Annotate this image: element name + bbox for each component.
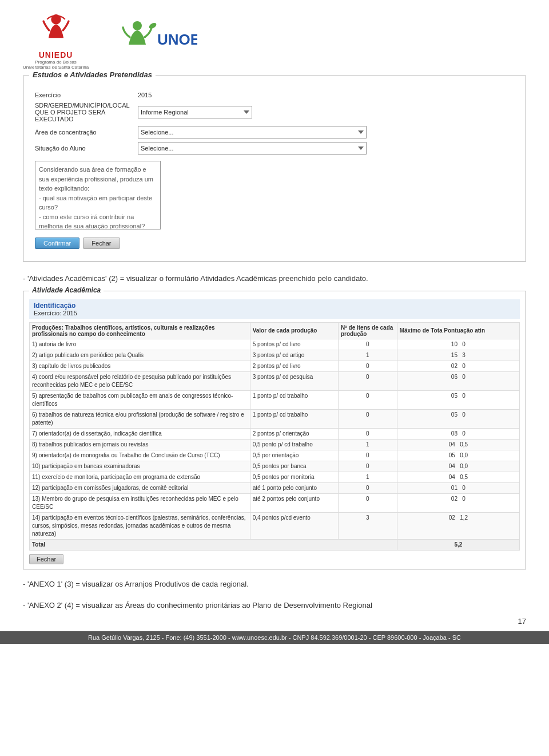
row-valor: 1 ponto p/ cd trabalho bbox=[250, 409, 338, 428]
row-itens: 3 bbox=[338, 512, 397, 539]
row-valor: 3 pontos p/ cd pesquisa bbox=[250, 371, 338, 390]
row-desc: 7) orientador(a) de dissertação, indicaç… bbox=[30, 428, 250, 439]
row-max-total: 05 0 bbox=[397, 390, 519, 409]
row-desc: 11) exercício de monitoria, participação… bbox=[30, 472, 250, 482]
uniedu-text: UNIEDU bbox=[39, 50, 73, 60]
row-valor: até 2 pontos pelo conjunto bbox=[250, 493, 338, 512]
sdr-select[interactable]: Informe Regional bbox=[138, 106, 252, 118]
confirmar-button[interactable]: Confirmar bbox=[35, 238, 79, 249]
table-row: 7) orientador(a) de dissertação, indicaç… bbox=[30, 428, 520, 439]
atividade-title: Atividade Acadêmica bbox=[29, 286, 104, 294]
row-desc: 4) coord e/ou responsável pelo relatório… bbox=[30, 371, 250, 390]
row-itens: 0 bbox=[338, 339, 397, 350]
table-row: 2) artigo publicado em periódico pela Qu… bbox=[30, 350, 520, 361]
area-select[interactable]: Selecione... bbox=[138, 126, 367, 138]
sdr-field-cell: Informe Regional bbox=[134, 100, 518, 124]
col-header-max: Máximo de Tota Pontuação atin bbox=[397, 322, 519, 339]
table-row: 9) orientador(a) de monografia ou Trabal… bbox=[30, 450, 520, 461]
estudos-title: Estudos e Atividades Pretendidas bbox=[29, 70, 156, 79]
academic-table: Produções: Trabalhos científicos, artíst… bbox=[29, 322, 520, 551]
identificacao-header: Identificação Exercício: 2015 bbox=[29, 299, 520, 319]
col-header-itens: Nº de itens de cada produção bbox=[338, 322, 397, 339]
row-valor: 3 pontos p/ cd artigo bbox=[250, 350, 338, 361]
row-max-total: 02 0 bbox=[397, 493, 519, 512]
row-valor: 2 pontos p/ orientação bbox=[250, 428, 338, 439]
col-header-valor: Valor de cada produção bbox=[250, 322, 338, 339]
exercicio-value: 2015 bbox=[134, 90, 518, 100]
table-row: 13) Membro do grupo de pesquisa em insti… bbox=[30, 493, 520, 512]
row-valor: 5 pontos p/ cd livro bbox=[250, 339, 338, 350]
svg-point-1 bbox=[133, 21, 142, 30]
situacao-label: Situação do Aluno bbox=[31, 140, 134, 156]
row-itens: 1 bbox=[338, 350, 397, 361]
form-buttons: Confirmar Fechar bbox=[35, 233, 514, 251]
fechar-button[interactable]: Fechar bbox=[83, 238, 120, 249]
row-desc: 2) artigo publicado em periódico pela Qu… bbox=[30, 350, 250, 361]
table-row: 14) participação em eventos técnico-cien… bbox=[30, 512, 520, 539]
row-max-total: 10 0 bbox=[397, 339, 519, 350]
desc3-text: - 'ANEXO 2' (4) = visualizar as Áreas do… bbox=[23, 600, 526, 612]
row-itens: 0 bbox=[338, 461, 397, 472]
form-table: Exercício 2015 SDR/GERED/MUNICÍPIO/LOCAL… bbox=[31, 90, 518, 253]
situacao-select[interactable]: Selecione... bbox=[138, 142, 367, 155]
motivation-textarea[interactable]: Considerando sua área de formação e sua … bbox=[35, 161, 161, 229]
row-desc: 6) trabalhos de natureza técnica e/ou pr… bbox=[30, 409, 250, 428]
row-desc: 10) participação em bancas examinadoras bbox=[30, 461, 250, 472]
row-itens: 0 bbox=[338, 450, 397, 461]
row-valor: até 1 ponto pelo conjunto bbox=[250, 482, 338, 493]
row-valor: 0,5 pontos por banca bbox=[250, 461, 338, 472]
total-label: Total bbox=[30, 539, 397, 550]
row-desc: 5) apresentação de trabalhos com publica… bbox=[30, 390, 250, 409]
sdr-label: SDR/GERED/MUNICÍPIO/LOCAL QUE O PROJETO … bbox=[31, 100, 134, 124]
table-row: 11) exercício de monitoria, participação… bbox=[30, 472, 520, 482]
desc1-text: - 'Atividades Acadêmicas' (2) = visualiz… bbox=[23, 273, 526, 285]
row-desc: 1) autoria de livro bbox=[30, 339, 250, 350]
row-desc: 8) trabalhos publicados em jornais ou re… bbox=[30, 439, 250, 450]
row-max-total: 02 1,2 bbox=[397, 512, 519, 539]
row-itens: 0 bbox=[338, 409, 397, 428]
estudos-section: Estudos e Atividades Pretendidas Exercíc… bbox=[23, 76, 526, 262]
row-itens: 0 bbox=[338, 371, 397, 390]
uniedu-subtitle2: Universitárias de Santa Catarina bbox=[23, 65, 89, 70]
fechar-atividade-button[interactable]: Fechar bbox=[29, 554, 63, 564]
uniedu-logo: UNIEDU Programa de Bolsas Universitárias… bbox=[23, 10, 89, 70]
table-row: 12) participação em comissões julgadoras… bbox=[30, 482, 520, 493]
row-itens: 1 bbox=[338, 439, 397, 450]
row-max-total: 04 0,5 bbox=[397, 439, 519, 450]
footer-bar: Rua Getúlio Vargas, 2125 - Fone: (49) 35… bbox=[0, 631, 549, 644]
atividade-section: Atividade Acadêmica Identificação Exercí… bbox=[23, 291, 526, 569]
main-content: Estudos e Atividades Pretendidas Exercíc… bbox=[0, 76, 549, 611]
row-valor: 0,4 pontos p/cd evento bbox=[250, 512, 338, 539]
area-field-cell: Selecione... bbox=[134, 124, 518, 140]
row-desc: 13) Membro do grupo de pesquisa em insti… bbox=[30, 493, 250, 512]
identificacao-year: Exercício: 2015 bbox=[34, 310, 515, 316]
table-row: 4) coord e/ou responsável pelo relatório… bbox=[30, 371, 520, 390]
row-max-total: 06 0 bbox=[397, 371, 519, 390]
row-max-total: 01 0 bbox=[397, 482, 519, 493]
col-header-desc: Produções: Trabalhos científicos, artíst… bbox=[30, 322, 250, 339]
row-itens: 1 bbox=[338, 472, 397, 482]
row-itens: 0 bbox=[338, 428, 397, 439]
table-row: 3) capítulo de livros publicados 2 ponto… bbox=[30, 361, 520, 371]
svg-text:UNOESC: UNOESC bbox=[157, 31, 197, 48]
row-valor: 2 pontos p/ cd livro bbox=[250, 361, 338, 371]
identificacao-title: Identificação bbox=[34, 302, 515, 310]
row-max-total: 02 0 bbox=[397, 361, 519, 371]
table-row: 10) participação em bancas examinadoras … bbox=[30, 461, 520, 472]
page-header: UNIEDU Programa de Bolsas Universitárias… bbox=[0, 0, 549, 76]
total-row: Total 5,2 bbox=[30, 539, 520, 550]
row-max-total: 05 0,0 bbox=[397, 450, 519, 461]
row-itens: 0 bbox=[338, 361, 397, 371]
page-number: 17 bbox=[0, 617, 549, 631]
row-desc: 12) participação em comissões julgadoras… bbox=[30, 482, 250, 493]
row-desc: 3) capítulo de livros publicados bbox=[30, 361, 250, 371]
row-max-total: 15 3 bbox=[397, 350, 519, 361]
exercicio-label: Exercício bbox=[31, 90, 134, 100]
table-row: 5) apresentação de trabalhos com publica… bbox=[30, 390, 520, 409]
footer-text: Rua Getúlio Vargas, 2125 - Fone: (49) 35… bbox=[88, 634, 461, 641]
table-row: 6) trabalhos de natureza técnica e/ou pr… bbox=[30, 409, 520, 428]
area-label: Área de concentração bbox=[31, 124, 134, 140]
table-row: 1) autoria de livro 5 pontos p/ cd livro… bbox=[30, 339, 520, 350]
row-itens: 0 bbox=[338, 390, 397, 409]
row-valor: 0,5 pontos por monitoria bbox=[250, 472, 338, 482]
